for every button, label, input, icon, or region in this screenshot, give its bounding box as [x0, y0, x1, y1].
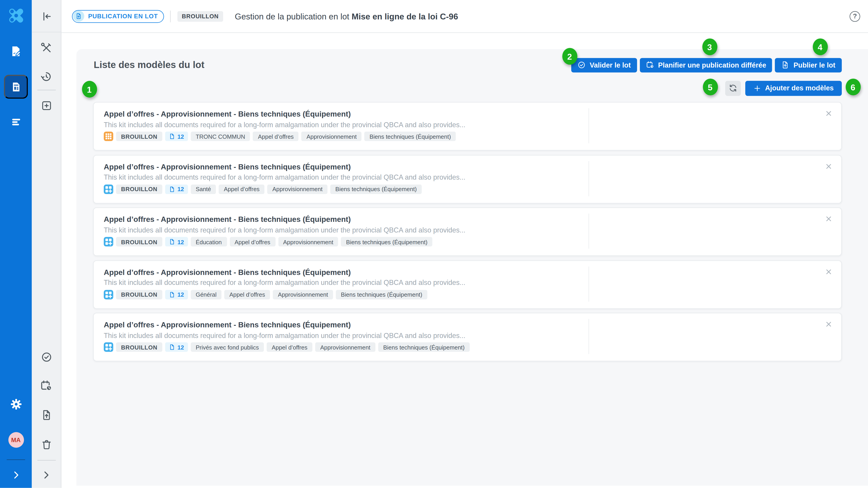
add-models-label: Ajouter des modèles: [765, 84, 834, 92]
refresh-icon: [728, 84, 737, 92]
tag-row: BROUILLON 12 TRONC COMMUN Appel d’offres…: [104, 131, 456, 141]
status-tag: BROUILLON: [116, 131, 162, 141]
grid-plus-icon: [104, 342, 113, 352]
document-count: 12: [178, 344, 184, 350]
template-card[interactable]: Appel d’offres - Approvisionnement - Bie…: [93, 260, 842, 308]
file-upload-icon: [40, 409, 52, 421]
remove-card-button[interactable]: [824, 267, 833, 275]
avatar: MA: [8, 432, 24, 448]
app-logo-icon: [0, 6, 32, 25]
close-icon: [825, 321, 832, 328]
step-marker-4: 4: [812, 38, 828, 55]
status-tag: BROUILLON: [116, 290, 162, 299]
category-tag: Approvisionnement: [315, 342, 375, 352]
batch-actions: Valider le lot Planifier une publication…: [571, 58, 842, 72]
trash-icon: [40, 438, 52, 450]
collapse-left-icon: [40, 10, 52, 22]
step-marker-label: 4: [817, 42, 822, 52]
document-count-tag: 12: [165, 290, 188, 299]
status-tag: BROUILLON: [116, 237, 162, 247]
circle-check-icon: [577, 61, 586, 69]
template-card[interactable]: Appel d’offres - Approvisionnement - Bie…: [93, 313, 842, 361]
grid-plus-icon: [104, 290, 113, 299]
validate-shortcut-button[interactable]: [32, 351, 61, 363]
calendar-clock-icon: [646, 61, 654, 69]
document-count-tag: 12: [165, 184, 188, 194]
template-card[interactable]: Appel d’offres - Approvisionnement - Bie…: [93, 207, 842, 256]
app-window: MA: [0, 0, 868, 488]
tools-icon: [40, 42, 53, 54]
document-list-icon: [10, 81, 22, 92]
file-pen-icon: [10, 45, 22, 57]
step-marker-label: 3: [707, 42, 712, 52]
history-icon: [40, 70, 53, 83]
category-tag: TRONC COMMUN: [191, 131, 250, 141]
add-models-button[interactable]: Ajouter des modèles: [745, 80, 842, 96]
refresh-button[interactable]: [725, 80, 741, 96]
expand-panel-button[interactable]: [32, 469, 61, 481]
page-title-name: Mise en ligne de la loi C-96: [351, 11, 458, 21]
card-title: Appel d’offres - Approvisionnement - Bie…: [104, 215, 351, 224]
card-description: This kit includes all documents required…: [104, 331, 465, 339]
chevron-right-icon: [41, 469, 52, 481]
list-actions: Ajouter des modèles: [725, 80, 842, 96]
sidebar-divider: [7, 459, 25, 460]
page-title: Gestion de la publication en lot Mise en…: [235, 11, 458, 21]
sidebar-item-settings[interactable]: [0, 398, 32, 410]
user-avatar[interactable]: MA: [0, 432, 32, 448]
category-tag: Appel d’offres: [224, 290, 270, 299]
rail-divider: [37, 90, 56, 90]
history-button[interactable]: [32, 70, 61, 83]
publish-shortcut-button[interactable]: [32, 409, 61, 421]
document-icon: [169, 186, 175, 192]
card-description: This kit includes all documents required…: [104, 279, 465, 287]
tools-button[interactable]: [32, 42, 61, 54]
sidebar-item-models-active[interactable]: [4, 75, 28, 99]
category-tag: Biens techniques (Équipement): [330, 184, 422, 194]
help-button[interactable]: ?: [850, 11, 860, 22]
validate-batch-button[interactable]: Valider le lot: [571, 58, 637, 72]
publish-batch-button[interactable]: Publier le lot: [775, 58, 842, 72]
sidebar-item-lists[interactable]: [0, 117, 32, 128]
header-separator: [170, 10, 170, 22]
document-count: 12: [178, 238, 184, 245]
card-divider: [589, 161, 589, 196]
remove-card-button[interactable]: [824, 320, 833, 328]
collapse-panel-button[interactable]: [32, 10, 61, 22]
card-title: Appel d’offres - Approvisionnement - Bie…: [104, 162, 351, 171]
status-tag: BROUILLON: [116, 342, 162, 352]
document-count: 12: [178, 133, 184, 140]
document-icon: [169, 291, 175, 297]
remove-card-button[interactable]: [824, 215, 833, 223]
category-tag: Privés avec fond publics: [191, 342, 264, 352]
step-marker-label: 1: [87, 85, 92, 94]
schedule-shortcut-button[interactable]: [32, 380, 61, 392]
step-marker-3: 3: [702, 38, 717, 55]
document-icon: [169, 133, 175, 139]
delete-button[interactable]: [32, 438, 61, 450]
sidebar-item-redaction[interactable]: [0, 45, 32, 57]
document-icon: [169, 344, 175, 350]
file-upload-icon: [781, 61, 789, 69]
step-marker-1: 1: [82, 81, 97, 98]
document-count-tag: 12: [165, 342, 188, 352]
expand-sidebar-button[interactable]: [0, 469, 32, 481]
add-item-button[interactable]: [32, 100, 61, 111]
panel-heading: Liste des modèles du lot: [94, 59, 205, 70]
status-badge: BROUILLON: [178, 11, 223, 22]
rail-divider: [32, 32, 61, 32]
template-card[interactable]: Appel d’offres - Approvisionnement - Bie…: [93, 102, 842, 151]
category-tag: Appel d’offres: [219, 184, 265, 194]
close-icon: [825, 268, 832, 275]
card-description: This kit includes all documents required…: [104, 226, 465, 234]
document-count: 12: [178, 186, 184, 193]
card-divider: [589, 108, 589, 143]
remove-card-button[interactable]: [824, 109, 833, 118]
template-card[interactable]: Appel d’offres - Approvisionnement - Bie…: [93, 155, 842, 203]
secondary-sidebar: [32, 0, 61, 488]
remove-card-button[interactable]: [824, 162, 833, 170]
schedule-publication-button[interactable]: Planifier une publication différée: [640, 58, 772, 72]
card-title: Appel d’offres - Approvisionnement - Bie…: [104, 321, 351, 329]
category-tag: Éducation: [191, 237, 227, 247]
model-list: Appel d’offres - Approvisionnement - Bie…: [93, 102, 842, 361]
